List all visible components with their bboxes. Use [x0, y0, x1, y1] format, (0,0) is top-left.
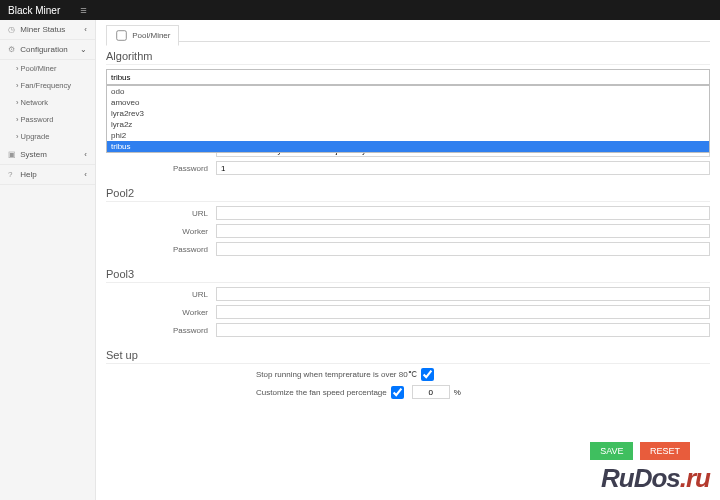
- tab-checkbox[interactable]: [116, 30, 126, 40]
- setup-stop-row: Stop running when temprerature is over 8…: [106, 368, 710, 381]
- pool3-url-label: URL: [106, 290, 216, 299]
- pool3-url-input[interactable]: [216, 287, 710, 301]
- pool2-worker-row: Worker: [106, 224, 710, 238]
- section-pool3-title: Pool3: [106, 260, 710, 283]
- pool3-worker-input[interactable]: [216, 305, 710, 319]
- setup-fan-checkbox[interactable]: [391, 386, 404, 399]
- chevron-down-icon: ⌄: [80, 45, 87, 54]
- sidebar: ◷ Miner Status ‹ ⚙ Configuration ⌄ › Poo…: [0, 20, 96, 500]
- section-setup-title: Set up: [106, 341, 710, 364]
- algorithm-input[interactable]: [106, 69, 710, 85]
- pool3-password-input[interactable]: [216, 323, 710, 337]
- sidebar-sub-upgrade[interactable]: › Upgrade: [0, 128, 95, 145]
- pool2-url-label: URL: [106, 209, 216, 218]
- sidebar-sub-poolminer[interactable]: › Pool/Miner: [0, 60, 95, 77]
- algorithm-option[interactable]: amoveo: [107, 97, 709, 108]
- algorithm-option[interactable]: phi2: [107, 130, 709, 141]
- pool3-password-row: Password: [106, 323, 710, 337]
- algorithm-option[interactable]: lyra2rev3: [107, 108, 709, 119]
- reset-button[interactable]: RESET: [640, 442, 690, 460]
- chevron-left-icon: ‹: [84, 25, 87, 34]
- pct-label: %: [454, 388, 461, 397]
- section-pool2-title: Pool2: [106, 179, 710, 202]
- pool2-password-input[interactable]: [216, 242, 710, 256]
- setup-fan-row: Customize the fan speed percentage %: [106, 385, 710, 399]
- brand-title: Black Miner: [8, 5, 60, 16]
- setup-fan-value-input[interactable]: [412, 385, 450, 399]
- topbar: Black Miner ≡: [0, 0, 720, 20]
- pool3-password-label: Password: [106, 326, 216, 335]
- pool1-password-row: Password: [106, 161, 710, 175]
- sidebar-item-help[interactable]: ? Help ‹: [0, 165, 95, 185]
- algorithm-option[interactable]: odo: [107, 86, 709, 97]
- pool2-url-row: URL: [106, 206, 710, 220]
- pool2-worker-input[interactable]: [216, 224, 710, 238]
- pool2-password-label: Password: [106, 245, 216, 254]
- pool2-password-row: Password: [106, 242, 710, 256]
- gear-icon: ⚙: [8, 45, 18, 54]
- pool2-url-input[interactable]: [216, 206, 710, 220]
- sidebar-item-system[interactable]: ▣ System ‹: [0, 145, 95, 165]
- menu-toggle-icon[interactable]: ≡: [80, 4, 86, 16]
- tab-poolminer[interactable]: Pool/Miner: [106, 25, 179, 46]
- action-buttons: SAVE RESET: [590, 442, 690, 460]
- save-button[interactable]: SAVE: [590, 442, 633, 460]
- algorithm-option-list: odo amoveo lyra2rev3 lyra2z phi2 tribus: [106, 85, 710, 153]
- sidebar-sub-network[interactable]: › Network: [0, 94, 95, 111]
- pool3-worker-label: Worker: [106, 308, 216, 317]
- sidebar-sub-password[interactable]: › Password: [0, 111, 95, 128]
- main-content: Pool/Miner Algorithm odo amoveo lyra2rev…: [96, 20, 720, 500]
- chevron-left-icon: ‹: [84, 150, 87, 159]
- pool1-password-input[interactable]: [216, 161, 710, 175]
- pool1-password-label: Password: [106, 164, 216, 173]
- setup-stop-checkbox[interactable]: [421, 368, 434, 381]
- algorithm-option[interactable]: lyra2z: [107, 119, 709, 130]
- pool2-worker-label: Worker: [106, 227, 216, 236]
- setup-fan-label: Customize the fan speed percentage: [256, 388, 387, 397]
- sidebar-item-configuration[interactable]: ⚙ Configuration ⌄: [0, 40, 95, 60]
- algorithm-option-selected[interactable]: tribus: [107, 141, 709, 152]
- sidebar-sub-fanfreq[interactable]: › Fan/Frequency: [0, 77, 95, 94]
- sidebar-item-miner-status[interactable]: ◷ Miner Status ‹: [0, 20, 95, 40]
- pool3-worker-row: Worker: [106, 305, 710, 319]
- chevron-left-icon: ‹: [84, 170, 87, 179]
- help-icon: ?: [8, 170, 18, 179]
- setup-stop-label: Stop running when temprerature is over 8…: [256, 370, 417, 379]
- watermark-logo: RuDos.ru: [601, 463, 710, 494]
- section-algorithm-title: Algorithm: [106, 42, 710, 65]
- pool3-url-row: URL: [106, 287, 710, 301]
- tabbar: Pool/Miner: [106, 24, 710, 42]
- algorithm-dropdown[interactable]: odo amoveo lyra2rev3 lyra2z phi2 tribus: [106, 69, 710, 85]
- gauge-icon: ◷: [8, 25, 18, 34]
- system-icon: ▣: [8, 150, 18, 159]
